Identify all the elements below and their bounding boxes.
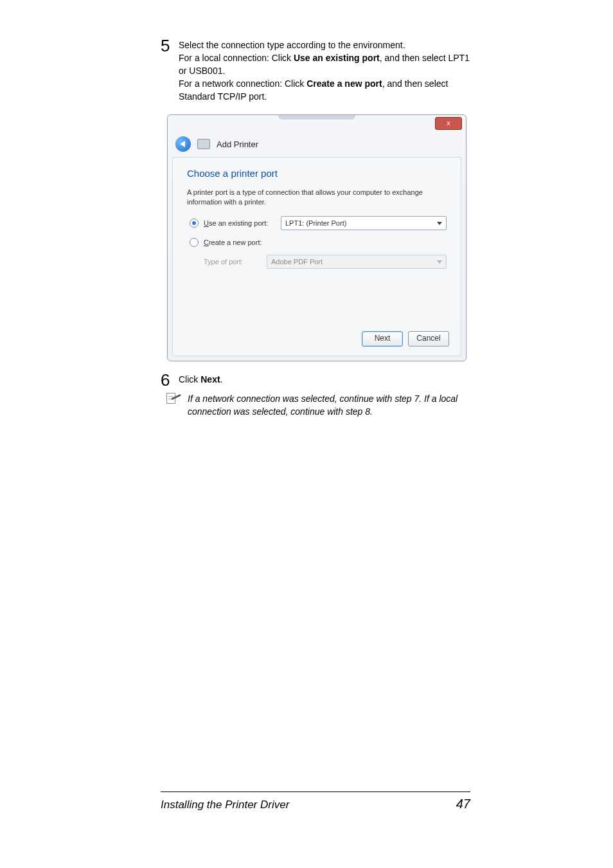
port-type-dropdown: Adobe PDF Port: [267, 255, 447, 269]
step-5: 5 Select the connection type according t…: [161, 39, 470, 103]
add-printer-dialog: x Add Printer Choose a printer port A pr…: [167, 114, 466, 361]
note-icon: [164, 392, 181, 405]
note-row: If a network connection was selected, co…: [164, 392, 470, 418]
footer-page-number: 47: [456, 797, 470, 811]
close-button[interactable]: x: [435, 117, 462, 130]
step6-b: Next: [200, 374, 220, 384]
step-number-6: 6: [161, 373, 179, 387]
footer-rule: [161, 791, 470, 792]
create-new-port-label: Create a new port:: [204, 239, 281, 246]
step6-a: Click: [179, 374, 200, 384]
dialog-title: Add Printer: [217, 140, 258, 149]
step-6: 6 Click Next.: [161, 373, 470, 387]
dialog-description: A printer port is a type of connection t…: [187, 188, 447, 207]
printer-icon: [197, 139, 210, 149]
dialog-titlebar: x: [168, 115, 466, 134]
port-type-value: Adobe PDF Port: [271, 258, 323, 266]
step-5-body: Select the connection type according to …: [179, 39, 470, 103]
chevron-down-icon: [437, 260, 442, 264]
titlebar-grip: [278, 115, 355, 120]
create-new-port-radio[interactable]: [190, 238, 199, 247]
use-existing-rest: se an existing port:: [209, 219, 268, 227]
next-button[interactable]: Next: [362, 331, 403, 347]
existing-port-value: LPT1: (Printer Port): [285, 219, 346, 227]
footer-section-title: Installing the Printer Driver: [161, 799, 289, 811]
create-new-u: C: [204, 239, 209, 246]
step5-line3b: Create a new port: [306, 78, 382, 89]
step6-c: .: [220, 374, 223, 384]
note-text: If a network connection was selected, co…: [188, 392, 470, 418]
use-existing-port-label: Use an existing port:: [204, 219, 281, 227]
step5-line3a: For a network connection: Click: [179, 78, 306, 89]
page-footer: Installing the Printer Driver 47: [161, 797, 470, 811]
use-existing-port-row: Use an existing port: LPT1: (Printer Por…: [187, 216, 447, 230]
type-of-port-row: Type of port: Adobe PDF Port: [187, 255, 447, 269]
step-6-body: Click Next.: [179, 373, 222, 386]
chevron-down-icon: [437, 222, 442, 225]
dialog-buttons: Next Cancel: [362, 331, 449, 347]
create-new-rest: reate a new port:: [209, 239, 262, 246]
step5-line2b: Use an existing port: [294, 53, 380, 63]
existing-port-dropdown[interactable]: LPT1: (Printer Port): [281, 216, 447, 230]
step5-line2a: For a local connection: Click: [179, 53, 294, 63]
use-existing-port-radio[interactable]: [190, 219, 199, 228]
document-page: 5 Select the connection type according t…: [0, 0, 613, 868]
step-number-5: 5: [161, 39, 179, 53]
dialog-header: Add Printer: [168, 134, 466, 157]
type-of-port-label: Type of port:: [204, 258, 267, 266]
dialog-heading: Choose a printer port: [187, 168, 447, 179]
step5-line1: Select the connection type according to …: [179, 40, 405, 50]
back-button[interactable]: [175, 136, 191, 152]
use-existing-u: U: [204, 219, 209, 227]
dialog-body: Choose a printer port A printer port is …: [172, 157, 461, 356]
cancel-button[interactable]: Cancel: [408, 331, 449, 347]
create-new-port-row: Create a new port:: [187, 238, 447, 247]
